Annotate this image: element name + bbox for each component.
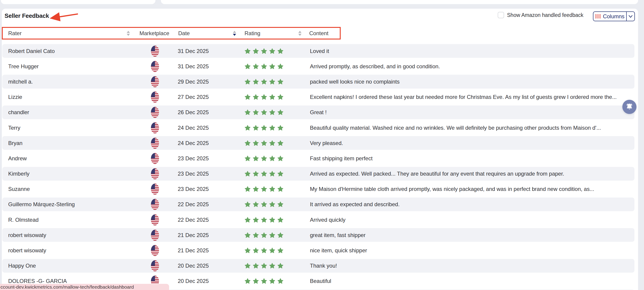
rating-stars: [244, 247, 284, 254]
feedback-row[interactable]: mitchell a. 29 Dec 2025 packed well look…: [2, 74, 635, 89]
rating-stars: [244, 201, 284, 208]
star-icon: [269, 232, 276, 238]
star-icon: [277, 48, 284, 54]
content-cell: Beautiful quality material. Washed nice …: [310, 125, 622, 131]
date-cell: 23 Dec 2025: [178, 171, 209, 177]
rater-cell: Happy One: [8, 263, 36, 269]
feedback-row[interactable]: Tree Hugger 31 Dec 2025 Arrived promptly…: [2, 59, 635, 74]
content-cell: nice item, quick shipper: [310, 247, 622, 254]
star-icon: [261, 48, 267, 54]
sort-rating-icon[interactable]: [298, 31, 302, 36]
star-icon: [261, 278, 267, 284]
star-icon: [269, 140, 276, 146]
star-icon: [244, 263, 251, 269]
star-icon: [277, 263, 284, 269]
feedback-row[interactable]: Andrew 23 Dec 2025 Fast shipping item pe…: [2, 151, 635, 166]
date-cell: 22 Dec 2025: [178, 217, 209, 223]
date-cell: 26 Dec 2025: [178, 109, 209, 115]
notifications-bell-button[interactable]: [622, 100, 636, 114]
content-cell: Thank you!: [310, 263, 622, 269]
feedback-row[interactable]: Lizzie 27 Dec 2025 Excellent napkins! I …: [2, 89, 635, 105]
content-cell: Great !: [310, 109, 622, 115]
star-icon: [252, 186, 259, 193]
star-icon: [269, 124, 276, 131]
rating-stars: [244, 263, 284, 269]
star-icon: [244, 109, 251, 116]
rater-cell: robert wisowaty: [8, 247, 46, 254]
column-header-rater[interactable]: Rater: [8, 30, 22, 37]
star-icon: [261, 63, 267, 70]
status-url-tooltip: ccount-dev.kwickmetrics.com/mallow-tech/…: [0, 284, 169, 290]
content-cell: Loved it: [310, 48, 622, 54]
rater-cell: Kimberly: [8, 171, 30, 177]
sort-date-icon[interactable]: [233, 31, 236, 36]
star-icon: [244, 140, 251, 146]
columns-button[interactable]: Columns: [593, 12, 635, 21]
star-icon: [244, 94, 251, 100]
rating-stars: [244, 171, 284, 177]
star-icon: [269, 63, 276, 70]
feedback-row[interactable]: Robert Daniel Cato 31 Dec 2025 Loved it: [2, 43, 635, 59]
star-icon: [269, 247, 276, 254]
star-icon: [261, 186, 267, 193]
feedback-row[interactable]: Kimberly 23 Dec 2025 Arrived as expected…: [2, 166, 635, 182]
date-cell: 20 Dec 2025: [178, 263, 209, 269]
star-icon: [277, 186, 284, 193]
star-icon: [277, 216, 284, 223]
rating-stars: [244, 140, 284, 146]
sort-rater-icon[interactable]: [127, 31, 130, 36]
feedback-row[interactable]: Guillermo Márquez-Sterling 22 Dec 2025 I…: [2, 197, 635, 212]
star-icon: [261, 171, 267, 177]
feedback-row[interactable]: Bryan 24 Dec 2025 Very pleased.: [2, 135, 635, 151]
feedback-row[interactable]: Happy One 20 Dec 2025 Thank you!: [2, 258, 635, 273]
star-icon: [252, 201, 259, 208]
star-icon: [252, 109, 259, 116]
content-cell: Beautiful: [310, 278, 622, 284]
content-cell: Very pleased.: [310, 140, 622, 146]
star-icon: [244, 232, 251, 238]
rating-stars: [244, 109, 284, 116]
star-icon: [244, 186, 251, 193]
date-cell: 31 Dec 2025: [178, 48, 209, 54]
column-header-rating[interactable]: Rating: [244, 30, 260, 37]
feedback-row[interactable]: robert wisowaty 21 Dec 2025 nice item, q…: [2, 243, 635, 258]
star-icon: [261, 247, 267, 254]
rating-stars: [244, 155, 284, 162]
date-cell: 29 Dec 2025: [178, 79, 209, 85]
columns-dropdown-toggle[interactable]: [626, 12, 634, 21]
us-flag-icon: [151, 138, 159, 149]
rating-stars: [244, 78, 284, 85]
content-cell: great item, fast shipper: [310, 232, 622, 238]
star-icon: [277, 140, 284, 146]
rater-cell: DOLORES -G- GARCIA: [8, 278, 67, 284]
us-flag-icon: [151, 168, 159, 179]
star-icon: [269, 78, 276, 85]
star-icon: [269, 171, 276, 177]
star-icon: [252, 48, 259, 54]
feedback-row[interactable]: Suzanne 23 Dec 2025 My Maison d'Hermine …: [2, 182, 635, 197]
content-cell: It arrived as expected and described.: [310, 201, 622, 208]
star-icon: [244, 201, 251, 208]
star-icon: [261, 155, 267, 162]
feedback-row[interactable]: Terry 24 Dec 2025 Beautiful quality mate…: [2, 120, 635, 135]
star-icon: [277, 155, 284, 162]
seller-feedback-card: Seller Feedback Show Amazon handled feed…: [2, 9, 638, 290]
feedback-row[interactable]: chandler 26 Dec 2025 Great !: [2, 105, 635, 120]
rater-cell: Terry: [8, 125, 20, 131]
date-cell: 22 Dec 2025: [178, 201, 209, 208]
star-icon: [261, 232, 267, 238]
us-flag-icon: [151, 230, 159, 241]
star-icon: [269, 278, 276, 284]
star-icon: [244, 278, 251, 284]
feedback-row[interactable]: R. Olmstead 22 Dec 2025 Arrived quickly: [2, 212, 635, 227]
content-cell: packed well looks nice no complaints: [310, 79, 622, 85]
star-icon: [252, 155, 259, 162]
feedback-row[interactable]: robert wisowaty 21 Dec 2025 great item, …: [2, 227, 635, 243]
column-header-date[interactable]: Date: [178, 30, 190, 37]
column-header-content[interactable]: Content: [309, 30, 328, 37]
star-icon: [244, 155, 251, 162]
show-amazon-checkbox[interactable]: [498, 12, 504, 18]
columns-button-label: Columns: [603, 13, 625, 20]
column-header-marketplace[interactable]: Marketplace: [140, 30, 169, 37]
columns-button-main[interactable]: Columns: [594, 12, 626, 21]
